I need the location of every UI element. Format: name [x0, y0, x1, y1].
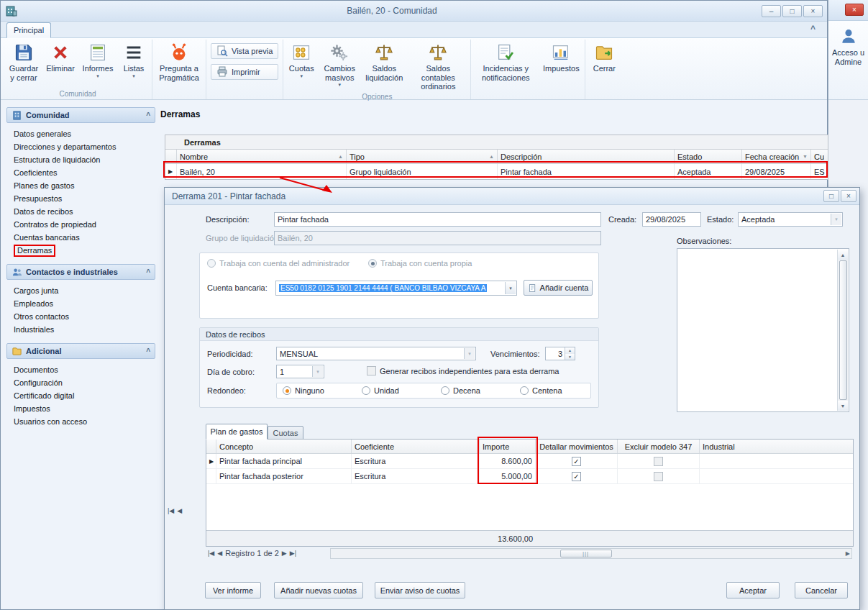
background-button-label-line2[interactable]: Admine	[828, 58, 868, 67]
descripcion-input[interactable]: Pintar fachada	[274, 212, 601, 227]
grid-band-header[interactable]: Derramas	[165, 135, 828, 150]
minimize-button[interactable]: –	[762, 5, 781, 17]
pregunta-pragmatica-button[interactable]: Pregunta a Pragmática	[154, 40, 204, 87]
dropdown-icon[interactable]: ▾	[464, 348, 475, 359]
table-row-bailen[interactable]: ▶ Bailén, 20 Grupo liquidación Pintar fa…	[165, 164, 828, 179]
close-button[interactable]: ×	[803, 5, 823, 17]
sidebar-item-industriales[interactable]: Industriales	[14, 323, 155, 336]
spin-down-icon[interactable]: ▼	[565, 354, 575, 360]
listas-button[interactable]: Listas ▾	[117, 40, 150, 87]
sidebar-item-presupuestos[interactable]: Presupuestos	[14, 192, 155, 205]
scrollbar-thumb[interactable]	[839, 260, 847, 400]
dropdown-icon[interactable]: ▾	[312, 366, 323, 377]
vista-previa-button[interactable]: Vista previa	[211, 43, 278, 59]
cell-estado[interactable]: Aceptada	[675, 164, 742, 179]
nav-last-icon[interactable]: ▶|	[290, 550, 296, 557]
anadir-cuenta-button[interactable]: Añadir cuenta	[524, 280, 593, 296]
anadir-nuevas-cuotas-button[interactable]: Añadir nuevas cuotas	[274, 582, 363, 598]
sidebar-item-datos-recibos[interactable]: Datos de recibos	[14, 205, 155, 218]
sidebar-item-datos-generales[interactable]: Datos generales	[14, 127, 155, 140]
dropdown-icon[interactable]: ▾	[505, 282, 516, 294]
generar-recibos-checkbox[interactable]: Generar recibos independientes para esta…	[367, 366, 559, 375]
estado-combo[interactable]: Aceptada ▾	[738, 212, 843, 227]
sidebar-item-estructura[interactable]: Estructura de liquidación	[14, 153, 155, 166]
cell-importe[interactable]: 8.600,00	[480, 454, 536, 468]
tab-principal[interactable]: Principal	[6, 22, 51, 38]
creada-input[interactable]: 29/08/2025	[642, 212, 701, 227]
scroll-up-icon[interactable]: ▲	[838, 250, 848, 260]
sidebar-section-contactos[interactable]: Contactos e industriales ^	[6, 264, 155, 280]
cell-nombre[interactable]: Bailén, 20	[177, 164, 347, 179]
scroll-down-icon[interactable]: ▼	[838, 401, 848, 411]
cell-fecha[interactable]: 29/08/2025	[742, 164, 811, 179]
spin-up-icon[interactable]: ▲	[565, 347, 575, 354]
plan-gastos-row-1[interactable]: ▶ Pintar fachada principal Escritura 8.6…	[206, 454, 853, 469]
maximize-button[interactable]: □	[782, 5, 802, 17]
column-header-tipo[interactable]: Tipo▲	[347, 150, 498, 163]
cell-concepto[interactable]: Pintar fachada posterior	[216, 469, 352, 483]
cell-coeficiente[interactable]: Escritura	[352, 469, 480, 483]
record-navigator[interactable]: |◀ ◀ Registro 1 de 2 ▶ ▶|	[208, 549, 296, 557]
column-header-cuenta[interactable]: Cu	[811, 150, 828, 163]
nav-next-icon[interactable]: ▶	[282, 550, 287, 557]
dialog-close-button[interactable]: ×	[841, 190, 856, 202]
plan-gastos-row-2[interactable]: Pintar fachada posterior Escritura 5.000…	[206, 469, 853, 484]
dia-cobro-combo[interactable]: 1 ▾	[276, 365, 324, 378]
impuestos-button[interactable]: Impuestos	[539, 40, 583, 87]
cell-industrial[interactable]	[700, 469, 853, 483]
cuenta-bancaria-combo[interactable]: ES50 0182 0125 1901 2144 4444 ( BANCO BI…	[275, 281, 517, 296]
scrollbar-thumb[interactable]: |||	[560, 550, 612, 557]
saldos-liquidacion-button[interactable]: Saldos liquidación	[361, 40, 407, 87]
sidebar-item-usuarios[interactable]: Usuarios con acceso	[14, 415, 155, 428]
sidebar-item-empleados[interactable]: Empleados	[14, 297, 155, 310]
column-header-excluir[interactable]: Excluir modelo 347	[618, 440, 700, 453]
nav-prev-icon[interactable]: ◀	[217, 550, 222, 557]
nav-first-icon[interactable]: |◀	[208, 550, 214, 557]
sidebar-item-documentos[interactable]: Documentos	[14, 363, 155, 376]
sidebar-item-contratos[interactable]: Contratos de propiedad	[14, 218, 155, 231]
tab-plan-de-gastos[interactable]: Plan de gastos	[206, 424, 268, 440]
scroll-right-icon[interactable]: ▶	[846, 550, 850, 557]
radio-cuenta-administrador[interactable]: Trabaja con cuenta del administrador	[207, 259, 350, 268]
observaciones-textarea[interactable]: ▲ ▼	[677, 248, 849, 412]
cell-cuenta[interactable]: ES	[811, 164, 828, 179]
chevron-up-icon[interactable]: ^	[146, 347, 150, 355]
horizontal-scrollbar[interactable]: ||| ▶	[330, 548, 852, 559]
radio-redondeo-decena[interactable]: Decena	[441, 386, 480, 395]
radio-redondeo-centena[interactable]: Centena	[520, 386, 562, 395]
sidebar-item-certificado[interactable]: Certificado digital	[14, 389, 155, 402]
aceptar-button[interactable]: Aceptar	[726, 582, 780, 598]
column-header-concepto[interactable]: Concepto	[216, 440, 352, 453]
cell-tipo[interactable]: Grupo liquidación	[347, 164, 498, 179]
cerrar-button[interactable]: Cerrar	[587, 40, 621, 87]
guardar-y-cerrar-button[interactable]: Guardar y cerrar	[5, 40, 42, 87]
column-header-fecha[interactable]: Fecha creación▼	[742, 150, 811, 163]
incidencias-button[interactable]: Incidencias y notificaciones	[472, 40, 539, 87]
imprimir-button[interactable]: Imprimir	[211, 64, 278, 80]
cell-importe[interactable]: 5.000,00	[480, 469, 536, 483]
cell-industrial[interactable]	[700, 454, 853, 468]
sidebar-item-cargos-junta[interactable]: Cargos junta	[14, 284, 155, 297]
nav-first-icon[interactable]: |◀	[168, 507, 174, 514]
ribbon-collapse-icon[interactable]: ^	[810, 24, 816, 34]
radio-redondeo-ninguno[interactable]: Ninguno	[283, 386, 324, 395]
dropdown-icon[interactable]: ▾	[831, 214, 841, 225]
checkbox-checked-icon[interactable]: ✓	[572, 457, 581, 466]
cell-descripcion[interactable]: Pintar fachada	[498, 164, 675, 179]
periodicidad-combo[interactable]: MENSUAL ▾	[276, 347, 476, 360]
informes-button[interactable]: Informes ▾	[78, 40, 117, 87]
nav-prev-icon[interactable]: ◀	[177, 507, 182, 514]
cell-excluir[interactable]	[618, 469, 700, 483]
checkbox-unchecked-icon[interactable]	[654, 457, 663, 466]
column-header-importe[interactable]: Importe	[480, 440, 536, 453]
sidebar-item-otros-contactos[interactable]: Otros contactos	[14, 310, 155, 323]
observaciones-scrollbar[interactable]: ▲ ▼	[837, 250, 848, 411]
cambios-masivos-button[interactable]: Cambios masivos ▾	[318, 40, 361, 88]
sidebar-item-direcciones[interactable]: Direcciones y departamentos	[14, 140, 155, 153]
enviar-aviso-cuotas-button[interactable]: Enviar aviso de cuotas	[375, 582, 465, 598]
checkbox-checked-icon[interactable]: ✓	[572, 472, 581, 481]
cell-excluir[interactable]	[618, 454, 700, 468]
sidebar-section-comunidad[interactable]: Comunidad ^	[6, 107, 155, 123]
cuotas-button[interactable]: Cuotas ▾	[285, 40, 318, 87]
column-header-coeficiente[interactable]: Coeficiente	[352, 440, 480, 453]
